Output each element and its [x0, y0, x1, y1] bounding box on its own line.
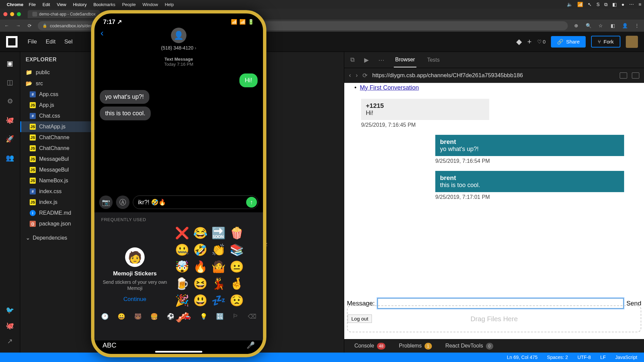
codesandbox-pro-icon[interactable]: ◆: [516, 37, 522, 46]
github-social-icon[interactable]: 🐙: [5, 321, 15, 330]
file-NameBox.js[interactable]: JSNameBox.js: [20, 175, 98, 186]
new-sandbox-icon[interactable]: +: [527, 37, 532, 46]
explorer-icon[interactable]: ▣: [5, 59, 15, 68]
open-window-icon[interactable]: [632, 72, 639, 79]
travel-icon[interactable]: 🚗: [183, 313, 191, 320]
sms-bubble[interactable]: yo what's up?!: [100, 90, 149, 104]
emoji-button[interactable]: 🤯: [175, 260, 189, 273]
file-ChatApp.js[interactable]: JSChatApp.js: [20, 121, 98, 132]
imessage-input[interactable]: ikr?! 🤣🔥: [133, 195, 258, 209]
menu-file[interactable]: File: [28, 38, 37, 45]
menubar-item[interactable]: View: [57, 2, 66, 7]
send-icon[interactable]: ↑: [246, 197, 257, 208]
sms-bubble[interactable]: this is too cool.: [100, 107, 151, 120]
tray-icon[interactable]: ●: [621, 2, 624, 7]
emoji-button[interactable]: 😐: [229, 260, 244, 273]
file-dropzone[interactable]: Drag Files Here: [347, 305, 641, 332]
emoji-button[interactable]: ❌: [175, 226, 189, 240]
volume-icon[interactable]: 🔈: [567, 2, 573, 7]
reload-icon[interactable]: ⟳: [26, 23, 33, 28]
zoom-icon[interactable]: 🔍: [585, 23, 592, 28]
problems-tab[interactable]: Problems1: [399, 343, 432, 350]
tab-tests[interactable]: Tests: [426, 53, 441, 67]
file-package.json[interactable]: {}package.json: [20, 218, 98, 229]
back-icon[interactable]: ←: [3, 23, 10, 28]
backspace-icon[interactable]: ⌫: [248, 313, 256, 320]
file-README.md[interactable]: iREADME.md: [20, 208, 98, 218]
wifi-icon[interactable]: 📶: [577, 2, 583, 7]
dictation-icon[interactable]: 🎤: [246, 341, 255, 349]
memoji-continue-button[interactable]: Continue: [101, 296, 169, 303]
dependencies-section[interactable]: ⌄Dependencies: [20, 229, 98, 246]
memoji-avatar-icon[interactable]: 🧑: [125, 247, 145, 267]
profile-avatar-icon[interactable]: 👤: [621, 23, 628, 28]
emoji-button[interactable]: 🍿: [229, 226, 244, 240]
menubar-item[interactable]: Bookmarks: [93, 2, 115, 7]
open-window-icon[interactable]: [620, 72, 627, 79]
file-App.js[interactable]: JSApp.js: [20, 100, 98, 111]
messages-back-icon[interactable]: ‹: [100, 28, 104, 38]
tray-icon[interactable]: ⧉: [604, 2, 608, 7]
share-button[interactable]: 🔗Share: [551, 36, 586, 48]
camera-icon[interactable]: 📷: [99, 195, 113, 209]
home-indicator[interactable]: [155, 351, 202, 353]
language-mode[interactable]: JavaScript: [615, 355, 637, 360]
emoji-button[interactable]: 🎉: [175, 294, 189, 307]
emoji-button[interactable]: 💃: [211, 277, 226, 290]
emoji-button[interactable]: 😂: [193, 226, 208, 240]
twitter-icon[interactable]: 🐦: [5, 305, 15, 315]
menubar-item[interactable]: File: [29, 2, 36, 7]
live-icon[interactable]: 👥: [5, 153, 15, 162]
symbols-icon[interactable]: 🔣: [216, 313, 224, 320]
preview-url[interactable]: https://diygm.csb.app/channels/CHf7de261…: [372, 72, 615, 79]
sms-bubble[interactable]: Hi!: [239, 73, 258, 87]
menubar-item[interactable]: History: [73, 2, 86, 7]
activity-icon[interactable]: ⚽: [167, 313, 174, 320]
tray-icon[interactable]: S: [596, 2, 599, 7]
user-avatar[interactable]: [626, 36, 638, 48]
menu-edit[interactable]: Edit: [46, 38, 55, 45]
play-icon[interactable]: ▶: [364, 56, 369, 64]
preview-back-icon[interactable]: ‹: [349, 72, 351, 79]
smileys-icon[interactable]: 😀: [118, 313, 125, 320]
forward-icon[interactable]: →: [15, 23, 22, 28]
codesandbox-logo-icon[interactable]: [6, 36, 18, 48]
control-center-icon[interactable]: ≡: [639, 2, 641, 7]
eol[interactable]: LF: [600, 355, 606, 360]
extension-icon[interactable]: ◧: [609, 23, 616, 28]
minimize-window-button[interactable]: [10, 12, 14, 16]
like-button[interactable]: ♡ 0: [537, 39, 546, 45]
objects-icon[interactable]: 💡: [200, 313, 207, 320]
extension-icon[interactable]: ⊕: [573, 23, 580, 28]
cursor-position[interactable]: Ln 69, Col 475: [507, 355, 537, 360]
emoji-button[interactable]: 🔜: [211, 226, 226, 240]
star-icon[interactable]: ☆: [597, 23, 604, 28]
tab-browser[interactable]: Browser: [394, 53, 416, 67]
emoji-button[interactable]: 🔥: [193, 260, 208, 273]
menubar-item[interactable]: Help: [165, 2, 174, 7]
file-App.css[interactable]: #App.css: [20, 89, 98, 100]
fork-button[interactable]: ⑂Fork: [591, 36, 620, 48]
close-window-button[interactable]: [3, 12, 7, 16]
emoji-button[interactable]: 💤: [211, 294, 226, 307]
layout-icon[interactable]: ⧉: [350, 56, 355, 63]
conversation-link[interactable]: My First Conversation: [360, 84, 419, 91]
abc-button[interactable]: ABC: [103, 341, 116, 349]
folder-src[interactable]: 📂src: [20, 78, 98, 89]
zoom-window-button[interactable]: [17, 12, 21, 16]
sandbox-info-icon[interactable]: ◫: [5, 78, 15, 87]
encoding[interactable]: UTF-8: [578, 355, 591, 360]
emoji-button[interactable]: 🤞: [229, 277, 244, 290]
file-MessageBul[interactable]: JSMessageBul: [20, 154, 98, 164]
github-icon[interactable]: 🐙: [5, 115, 15, 125]
console-tab[interactable]: Console48: [354, 343, 385, 350]
file-index.js[interactable]: JSindex.js: [20, 197, 98, 208]
menubar-item[interactable]: People: [122, 2, 136, 7]
contact-avatar[interactable]: 👤: [171, 28, 186, 43]
file-ChatChanne[interactable]: JSChatChanne: [20, 132, 98, 143]
menubar-app[interactable]: Chrome: [7, 2, 23, 7]
emoji-button[interactable]: 🍺: [175, 277, 189, 290]
emoji-button[interactable]: 😆: [193, 277, 208, 290]
settings-icon[interactable]: ⚙: [5, 96, 15, 106]
browser-tab[interactable]: demo-chat-app - CodeSandbox: [28, 10, 100, 18]
